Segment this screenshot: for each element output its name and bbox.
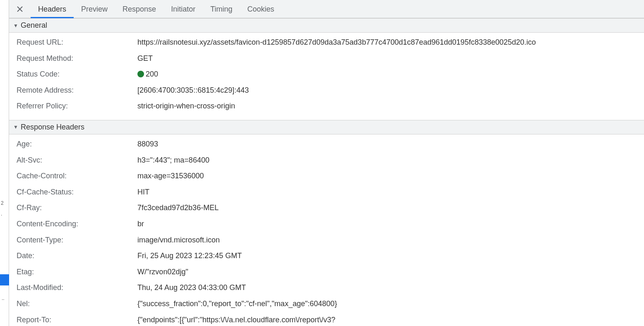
header-value: 7fc3cedad97d2b36-MEL xyxy=(137,201,644,214)
tab-cookies[interactable]: Cookies xyxy=(240,0,282,18)
header-row: Cf-Cache-Status:HIT xyxy=(9,184,644,200)
response-headers-body: Age:88093Alt-Svc:h3=":443"; ma=86400Cach… xyxy=(9,134,644,326)
header-name: Request Method: xyxy=(9,52,137,65)
header-name: Report-To: xyxy=(9,314,137,326)
header-name: Cf-Cache-Status: xyxy=(9,186,137,199)
tab-initiator[interactable]: Initiator xyxy=(163,0,203,18)
header-row: Cf-Ray:7fc3cedad97d2b36-MEL xyxy=(9,200,644,216)
header-name: Remote Address: xyxy=(9,84,137,97)
section-title: General xyxy=(21,21,47,30)
header-row: Content-Type:image/vnd.microsoft.icon xyxy=(9,232,644,248)
header-name: Cf-Ray: xyxy=(9,201,137,214)
disclosure-triangle-icon: ▼ xyxy=(13,23,18,29)
header-value: max-age=31536000 xyxy=(137,170,644,182)
header-name: Last-Modified: xyxy=(9,281,137,294)
header-name: Status Code: xyxy=(9,68,137,81)
header-name: Referrer Policy: xyxy=(9,100,137,113)
header-row: Request URL:https://railsnotesui.xyz/ass… xyxy=(9,34,644,50)
header-value: [2606:4700:3035::6815:4c29]:443 xyxy=(137,84,644,97)
header-value: {"success_fraction":0,"report_to":"cf-ne… xyxy=(137,297,644,310)
header-row: Nel:{"success_fraction":0,"report_to":"c… xyxy=(9,296,644,312)
disclosure-triangle-icon: ▼ xyxy=(13,124,18,130)
header-value: HIT xyxy=(137,186,644,199)
header-row: Cache-Control:max-age=31536000 xyxy=(9,168,644,184)
header-value: {"endpoints":[{"url":"https:\/\/a.nel.cl… xyxy=(137,314,644,326)
header-name: Age: xyxy=(9,138,137,151)
header-value: GET xyxy=(137,52,644,65)
gutter-mark: . xyxy=(1,211,2,217)
header-name: Nel: xyxy=(9,297,137,310)
header-row: Remote Address:[2606:4700:3035::6815:4c2… xyxy=(9,82,644,98)
tab-response[interactable]: Response xyxy=(115,0,163,18)
status-dot-icon xyxy=(137,71,144,77)
gutter-mark: 2 xyxy=(1,200,4,206)
header-name: Request URL: xyxy=(9,36,137,49)
header-value: h3=":443"; ma=86400 xyxy=(137,154,644,167)
header-row: Content-Encoding:br xyxy=(9,216,644,232)
header-value: W/"rzvon02djg" xyxy=(137,266,644,278)
header-name: Content-Type: xyxy=(9,234,137,247)
header-row: Status Code:200 xyxy=(9,66,644,82)
header-row: Request Method:GET xyxy=(9,50,644,67)
header-value: 88093 xyxy=(137,138,644,151)
header-value: image/vnd.microsoft.icon xyxy=(137,234,644,247)
header-row: Etag:W/"rzvon02djg" xyxy=(9,264,644,280)
header-row: Date:Fri, 25 Aug 2023 12:23:45 GMT xyxy=(9,248,644,264)
section-header-general[interactable]: ▼ General xyxy=(9,18,644,33)
header-value: strict-origin-when-cross-origin xyxy=(137,100,644,113)
header-name: Alt-Svc: xyxy=(9,154,137,167)
detail-tabs: HeadersPreviewResponseInitiatorTimingCoo… xyxy=(9,0,644,18)
header-value: 200 xyxy=(137,68,644,81)
general-body: Request URL:https://railsnotesui.xyz/ass… xyxy=(9,33,644,120)
tab-headers[interactable]: Headers xyxy=(31,0,74,18)
header-row: Alt-Svc:h3=":443"; ma=86400 xyxy=(9,152,644,168)
header-name: Content-Encoding: xyxy=(9,218,137,230)
gutter-dots: .. xyxy=(2,295,5,301)
header-name: Etag: xyxy=(9,266,137,278)
header-row: Age:88093 xyxy=(9,136,644,152)
header-row: Last-Modified:Thu, 24 Aug 2023 04:33:00 … xyxy=(9,280,644,296)
tab-timing[interactable]: Timing xyxy=(203,0,240,18)
header-value: Fri, 25 Aug 2023 12:23:45 GMT xyxy=(137,249,644,262)
selected-request-indicator xyxy=(0,274,9,285)
network-list-gutter: 2 . .. xyxy=(0,0,9,326)
close-icon[interactable] xyxy=(15,4,25,14)
section-title: Response Headers xyxy=(21,123,84,132)
header-value: Thu, 24 Aug 2023 04:33:00 GMT xyxy=(137,281,644,294)
tab-preview[interactable]: Preview xyxy=(74,0,115,18)
header-row: Referrer Policy:strict-origin-when-cross… xyxy=(9,98,644,114)
header-name: Date: xyxy=(9,249,137,262)
header-value: https://railsnotesui.xyz/assets/favicon-… xyxy=(137,36,644,49)
header-name: Cache-Control: xyxy=(9,170,137,182)
section-header-response-headers[interactable]: ▼ Response Headers xyxy=(9,120,644,134)
header-value: br xyxy=(137,218,644,230)
header-row: Report-To:{"endpoints":[{"url":"https:\/… xyxy=(9,312,644,326)
